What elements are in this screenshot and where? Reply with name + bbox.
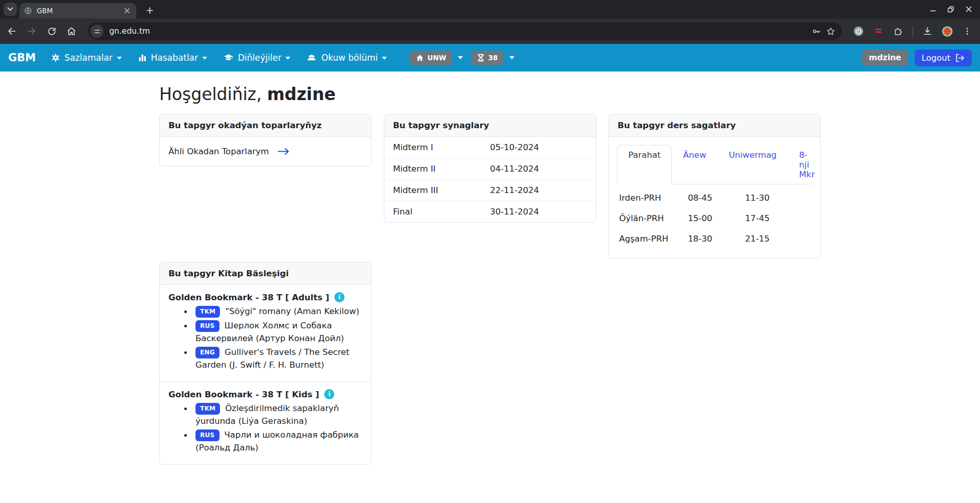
browser-tab[interactable]: GBM xyxy=(19,3,136,18)
logout-button[interactable]: Logout xyxy=(915,50,972,66)
table-row: Midterm III 22-11-2024 xyxy=(384,179,596,201)
globe-favicon-icon xyxy=(24,7,32,15)
vpn-extension-icon[interactable] xyxy=(873,26,884,37)
list-item: ENGGulliver's Travels / The Secret Garde… xyxy=(168,346,362,371)
new-tab-button[interactable] xyxy=(143,4,156,17)
browser-titlebar: GBM xyxy=(0,0,980,18)
url-text[interactable]: gn.edu.tm xyxy=(109,27,811,36)
shift-end-time: 17-45 xyxy=(745,213,810,223)
downloads-icon[interactable] xyxy=(922,26,933,37)
info-icon[interactable]: i xyxy=(324,389,334,399)
shift-start-time: 15-00 xyxy=(688,213,745,223)
chevron-down-icon xyxy=(7,7,13,11)
lang-badge: TKM xyxy=(195,403,220,415)
unw-dropdown-caret[interactable] xyxy=(458,56,463,59)
extensions-puzzle-icon[interactable] xyxy=(893,26,904,37)
tab-anew[interactable]: Änew xyxy=(672,145,717,184)
window-restore-button[interactable] xyxy=(944,3,957,16)
nav-label: Diňleýjiler xyxy=(238,53,281,63)
users-icon xyxy=(306,53,317,62)
branch-tabs: Parahat Änew Uniwermag 8-nji Mkr xyxy=(617,145,812,184)
logout-label: Logout xyxy=(922,53,951,63)
exam-name: Final xyxy=(393,207,490,217)
tab-title: GBM xyxy=(37,7,122,15)
tab-list-chevron-button[interactable] xyxy=(4,3,17,16)
bookmark-star-icon[interactable] xyxy=(825,26,836,37)
hours-card-title: Bu tapgyr ders sagatlary xyxy=(609,114,820,137)
nav-label: Hasabatlar xyxy=(151,53,198,63)
toolbar-divider xyxy=(913,26,913,36)
gear-icon xyxy=(51,53,60,62)
profile-avatar[interactable] xyxy=(942,26,953,37)
back-button-icon[interactable] xyxy=(6,26,17,37)
site-settings-icon[interactable] xyxy=(90,25,104,38)
tab-8nji-mkr[interactable]: 8-nji Mkr xyxy=(788,145,821,184)
table-row: Öýlän-PRH 15-00 17-45 xyxy=(617,208,812,228)
tab-close-icon[interactable] xyxy=(122,6,132,15)
counter-dropdown-caret[interactable] xyxy=(509,56,514,59)
forward-button-icon[interactable] xyxy=(26,26,37,37)
tab-parahat[interactable]: Parahat xyxy=(617,145,672,184)
lang-badge: RUS xyxy=(195,429,219,441)
nav-menu-okuw-bolumi[interactable]: Okuw bölümi xyxy=(306,53,387,63)
hours-card: Bu tapgyr ders sagatlary Parahat Änew Un… xyxy=(608,114,821,258)
tab-uniwermag[interactable]: Uniwermag xyxy=(718,145,788,184)
extension-power-icon[interactable] xyxy=(853,26,864,37)
shift-label: Agşam-PRH xyxy=(619,234,688,244)
exams-card-title: Bu tapgyr synaglary xyxy=(384,114,596,137)
exam-date: 04-11-2024 xyxy=(490,164,587,174)
window-minimize-button[interactable] xyxy=(926,3,939,16)
info-icon[interactable]: i xyxy=(334,292,345,302)
counter-button[interactable]: 38 xyxy=(471,51,504,65)
books-adults-section: Golden Bookmark - 38 T [ Adults ] i TKM"… xyxy=(160,285,371,381)
list-item: RUSЧарли и шоколадная фабрика (Роальд Да… xyxy=(168,429,362,454)
counter-label: 38 xyxy=(488,54,498,62)
arrow-right-icon xyxy=(277,148,290,155)
bar-chart-icon xyxy=(138,53,147,62)
user-profile-button[interactable]: mdzine xyxy=(862,50,908,66)
list-item: RUSШерлок Холмс и Собака Баскервилей (Ар… xyxy=(168,320,362,345)
brand-logo[interactable]: GBM xyxy=(8,52,36,64)
shift-start-time: 08-45 xyxy=(688,193,745,203)
shift-start-time: 18-30 xyxy=(688,234,745,244)
reload-button-icon[interactable] xyxy=(46,26,57,37)
list-item: TKMÖzleşdirilmedik sapaklaryň ýurdunda (… xyxy=(168,402,362,427)
nav-label: Sazlamalar xyxy=(64,53,112,63)
window-controls xyxy=(926,0,975,18)
exam-date: 30-11-2024 xyxy=(490,207,587,217)
all-groups-link-label: Ähli Okadan Toparlarym xyxy=(168,147,269,156)
books-section-title: Golden Bookmark - 38 T [ Kids ] xyxy=(168,390,319,399)
groups-card-title: Bu tapgyr okadýan toparlaryňyz xyxy=(160,114,371,137)
nav-menu-dinleyjiler[interactable]: Diňleýjiler xyxy=(223,53,290,63)
books-section-title: Golden Bookmark - 38 T [ Adults ] xyxy=(168,293,329,302)
books-card-title: Bu tapgyr Kitap Bäsleşigi xyxy=(160,262,371,285)
password-key-icon[interactable] xyxy=(811,26,822,37)
home-icon xyxy=(416,54,424,62)
shift-label: Öýlän-PRH xyxy=(619,213,688,223)
browser-toolbar: gn.edu.tm xyxy=(0,18,980,44)
exam-name: Midterm I xyxy=(393,142,490,152)
browser-menu-kebab-icon[interactable] xyxy=(962,26,973,37)
logout-icon xyxy=(955,54,965,62)
groups-card: Bu tapgyr okadýan toparlaryňyz Ähli Okad… xyxy=(159,114,372,166)
lang-badge: RUS xyxy=(195,320,219,332)
nav-label: Okuw bölümi xyxy=(321,53,378,63)
table-row: Midterm I 05-10-2024 xyxy=(384,137,596,158)
home-button-icon[interactable] xyxy=(66,26,77,37)
window-close-button[interactable] xyxy=(962,3,975,16)
books-kids-section: Golden Bookmark - 38 T [ Kids ] i TKMÖzl… xyxy=(160,381,371,464)
unw-school-button[interactable]: UNW xyxy=(410,51,452,65)
lang-badge: ENG xyxy=(195,347,219,358)
nav-menu-sazlamalar[interactable]: Sazlamalar xyxy=(51,53,121,63)
exam-date: 22-11-2024 xyxy=(490,185,587,195)
app-navbar: GBM Sazlamalar Hasabatlar Diňleýjiler Ok… xyxy=(0,44,980,71)
hourglass-icon xyxy=(477,54,484,62)
table-row: Final 30-11-2024 xyxy=(384,201,596,222)
greeting-prefix: Hoşgeldiňiz, xyxy=(159,84,262,104)
book-title: Чарли и шоколадная фабрика (Роальд Даль) xyxy=(195,430,359,452)
shift-end-time: 11-30 xyxy=(745,193,810,203)
nav-menu-hasabatlar[interactable]: Hasabatlar xyxy=(138,53,207,63)
url-bar[interactable]: gn.edu.tm xyxy=(88,22,842,40)
all-groups-link[interactable]: Ähli Okadan Toparlarym xyxy=(168,147,362,156)
page-title: Hoşgeldiňiz, mdzine xyxy=(159,84,821,104)
